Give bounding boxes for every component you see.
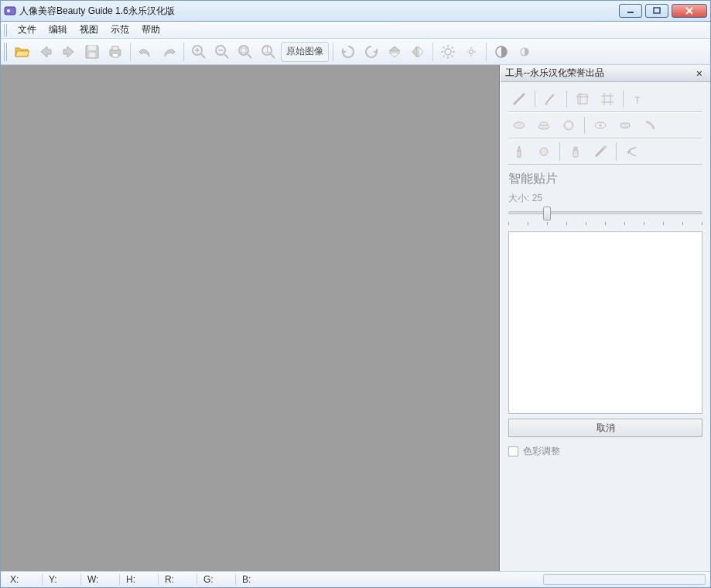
preview-box	[508, 231, 702, 414]
svg-point-19	[239, 46, 248, 55]
svg-rect-3	[654, 8, 660, 13]
panel-close-icon[interactable]: ×	[693, 67, 706, 80]
close-button[interactable]	[672, 4, 707, 18]
lipstick-tool-icon[interactable]	[508, 142, 530, 162]
row-separator	[623, 91, 624, 108]
perfume-tool-icon[interactable]	[565, 142, 586, 162]
svg-rect-8	[89, 53, 95, 57]
status-w: W:	[83, 574, 120, 585]
menu-view[interactable]: 视图	[73, 22, 104, 38]
contrast-large-icon[interactable]	[491, 41, 512, 63]
undo-icon[interactable]	[135, 41, 156, 63]
svg-line-23	[271, 54, 275, 58]
powder-tool-icon[interactable]	[533, 115, 555, 135]
status-bar: X: Y: W: H: R: G: B:	[0, 571, 711, 588]
zoom-100-icon[interactable]: 1	[258, 41, 279, 63]
tool-panel-body: T 智能贴片 大小: 25	[501, 82, 710, 463]
eye-tool-icon[interactable]	[590, 115, 611, 135]
toolbar-grip	[4, 43, 7, 61]
rotate-cw-icon[interactable]	[361, 41, 382, 63]
tool-row-2	[508, 112, 702, 138]
row-separator	[584, 117, 585, 134]
smudge-tool-icon[interactable]	[639, 115, 661, 135]
tool-row-1: T	[508, 87, 702, 112]
undo-stroke-icon[interactable]	[621, 142, 643, 162]
crop-tool-icon[interactable]	[572, 89, 593, 109]
svg-line-33	[452, 46, 453, 48]
brightness-small-icon[interactable]	[460, 41, 482, 63]
status-x: X:	[5, 574, 43, 585]
slider-thumb[interactable]	[543, 207, 551, 220]
tool-panel: 工具--永乐汉化荣誉出品 × T	[500, 65, 710, 571]
flip-horizontal-icon[interactable]	[407, 41, 429, 63]
size-slider[interactable]	[508, 207, 702, 225]
size-label: 大小: 25	[508, 192, 702, 205]
svg-point-51	[514, 122, 525, 128]
forward-icon[interactable]	[58, 41, 80, 63]
svg-point-1	[7, 9, 10, 12]
window-title: 人像美容Beauty Guide 1.6永乐汉化版	[19, 5, 619, 18]
teeth-tool-icon[interactable]	[614, 115, 636, 135]
zoom-in-icon[interactable]	[188, 41, 210, 63]
svg-text:T: T	[634, 95, 641, 106]
svg-rect-58	[620, 123, 630, 128]
svg-point-25	[445, 49, 451, 55]
color-adjust-row: 色彩调整	[508, 445, 702, 458]
svg-rect-21	[241, 48, 246, 53]
contrast-small-icon[interactable]	[514, 41, 535, 63]
svg-point-34	[470, 50, 473, 53]
zoom-fit-icon[interactable]	[234, 41, 256, 63]
title-bar: 人像美容Beauty Guide 1.6永乐汉化版	[0, 0, 711, 22]
color-adjust-checkbox[interactable]	[508, 446, 518, 456]
save-icon[interactable]	[81, 41, 103, 63]
menu-file[interactable]: 文件	[12, 22, 43, 38]
status-progress	[543, 574, 706, 585]
canvas-area[interactable]	[1, 65, 500, 571]
status-r: R:	[160, 574, 197, 585]
row-separator	[535, 91, 535, 108]
mascara-tool-icon[interactable]	[590, 142, 611, 162]
open-file-icon[interactable]	[12, 41, 33, 63]
toolbar: 1 原始图像	[0, 39, 711, 65]
print-icon[interactable]	[104, 41, 126, 63]
svg-rect-61	[573, 150, 578, 157]
svg-point-53	[540, 122, 548, 125]
status-h: H:	[121, 574, 159, 585]
tool-panel-title: 工具--永乐汉化荣誉出品	[505, 67, 604, 80]
grid-tool-icon[interactable]	[596, 89, 618, 109]
rotate-ccw-icon[interactable]	[337, 41, 359, 63]
svg-rect-10	[112, 46, 118, 50]
flip-vertical-icon[interactable]	[384, 41, 405, 63]
minimize-button[interactable]	[619, 4, 642, 18]
color-adjust-label: 色彩调整	[523, 445, 560, 458]
svg-line-13	[201, 54, 205, 58]
svg-rect-43	[578, 94, 587, 104]
original-image-button[interactable]: 原始图像	[281, 42, 329, 62]
toolbar-separator	[183, 43, 184, 61]
menu-help[interactable]: 帮助	[135, 22, 166, 38]
blush-tool-icon[interactable]	[533, 142, 555, 162]
svg-line-41	[514, 94, 525, 104]
status-g: G:	[199, 574, 236, 585]
svg-rect-11	[112, 53, 118, 57]
compact-tool-icon[interactable]	[558, 115, 579, 135]
menu-edit[interactable]: 编辑	[43, 22, 73, 38]
zoom-out-icon[interactable]	[211, 41, 233, 63]
svg-point-60	[540, 148, 548, 156]
cancel-button[interactable]: 取消	[508, 419, 702, 437]
toolbar-separator	[333, 43, 333, 61]
line-tool-icon[interactable]	[508, 89, 530, 109]
brush-tool-icon[interactable]	[540, 89, 562, 109]
maximize-button[interactable]	[645, 4, 668, 18]
window-controls	[619, 4, 707, 18]
row-separator	[616, 143, 617, 160]
brightness-large-icon[interactable]	[437, 41, 459, 63]
concealer-tool-icon[interactable]	[508, 115, 530, 135]
menu-demo[interactable]: 示范	[104, 22, 135, 38]
menubar-grip	[4, 24, 7, 36]
section-title: 智能贴片	[508, 171, 702, 187]
text-tool-icon[interactable]: T	[628, 89, 650, 109]
svg-point-42	[545, 102, 548, 105]
back-icon[interactable]	[35, 41, 56, 63]
redo-icon[interactable]	[158, 41, 179, 63]
